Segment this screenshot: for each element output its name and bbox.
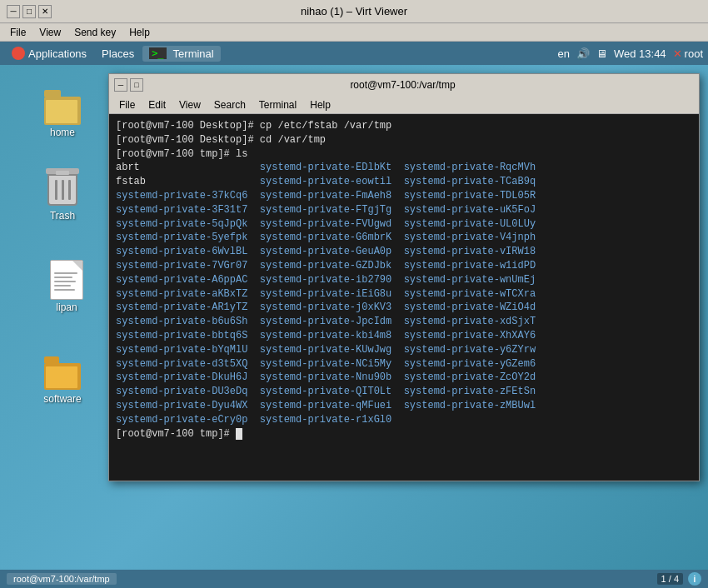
maximize-button[interactable]: □ (22, 5, 36, 18)
terminal-menubar: File Edit View Search Terminal Help (109, 96, 699, 114)
menu-file[interactable]: File (3, 27, 32, 38)
terminal-window-title: root@vm7-100:/var/tmp (143, 79, 662, 91)
terminal-line-16: systemd-private-bbtq6S systemd-private-k… (116, 329, 692, 343)
page-indicator: 1 / 4 (657, 573, 683, 585)
desktop-icon-lipan[interactable]: lipan (33, 257, 100, 316)
terminal-line-6: systemd-private-37kCq6 systemd-private-F… (116, 189, 692, 203)
terminal-line-7: systemd-private-3F31t7 systemd-private-F… (116, 203, 692, 217)
terminal-line-15: systemd-private-b6u6Sh systemd-private-J… (116, 315, 692, 329)
terminal-title-bar: ─ □ root@vm7-100:/var/tmp (109, 74, 699, 96)
desktop-icon-trash[interactable]: Trash (29, 165, 96, 225)
terminal-label: Terminal (173, 47, 214, 60)
terminal-launcher[interactable]: >_ Terminal (142, 46, 221, 62)
app-icon (12, 47, 25, 60)
terminal-line-12: systemd-private-A6ppAC systemd-private-i… (116, 273, 692, 287)
terminal-menu-help[interactable]: Help (303, 99, 337, 111)
terminal-line-13: systemd-private-aKBxTZ systemd-private-i… (116, 287, 692, 301)
terminal-line-3: [root@vm7-100 tmp]# ls (116, 147, 692, 162)
places-label: Places (102, 47, 134, 60)
desktop-icon-software[interactable]: software (29, 348, 96, 408)
terminal-window: ─ □ root@vm7-100:/var/tmp File Edit View… (108, 73, 700, 481)
terminal-line-2: [root@vm7-100 Desktop]# cd /var/tmp (116, 133, 692, 147)
info-button[interactable]: i (688, 572, 701, 586)
terminal-maximize-btn[interactable]: □ (130, 78, 143, 92)
terminal-minimize-btn[interactable]: ─ (114, 78, 127, 92)
applications-label: Applications (28, 47, 87, 60)
minimize-button[interactable]: ─ (7, 5, 20, 18)
terminal-line-11: systemd-private-7VGr07 systemd-private-G… (116, 259, 692, 273)
terminal-line-14: systemd-private-AR1yTZ systemd-private-j… (116, 301, 692, 315)
terminal-menu-view[interactable]: View (172, 99, 207, 111)
software-folder-icon (42, 351, 82, 391)
terminal-line-20: systemd-private-DU3eDq systemd-private-Q… (116, 385, 692, 399)
bottom-taskbar: root@vm7-100:/var/tmp 1 / 4 i (0, 570, 708, 588)
trash-icon-label: Trash (50, 210, 75, 222)
terminal-menu-file[interactable]: File (112, 99, 142, 111)
software-icon-label: software (43, 393, 81, 405)
terminal-line-10: systemd-private-6WvlBL systemd-private-G… (116, 245, 692, 259)
terminal-line-5: fstab systemd-private-eowtil systemd-pri… (116, 175, 692, 189)
menu-view[interactable]: View (32, 27, 67, 38)
lipan-doc-icon (47, 260, 87, 300)
user-label: ✕ root (673, 47, 703, 60)
terminal-line-22: systemd-private-eCry0p systemd-private-r… (116, 413, 692, 427)
home-folder-icon (42, 85, 82, 125)
display-icon: 🖥 (596, 47, 607, 60)
volume-icon: 🔊 (576, 47, 590, 60)
terminal-menu-edit[interactable]: Edit (142, 99, 172, 111)
desktop: home Trash (0, 65, 708, 570)
terminal-line-8: systemd-private-5qJpQk systemd-private-F… (116, 217, 692, 232)
terminal-line-1: [root@vm7-100 Desktop]# cp /etc/fstab /v… (116, 119, 692, 133)
terminal-line-17: systemd-private-bYqMlU systemd-private-K… (116, 343, 692, 357)
virt-viewer-menubar: File View Send key Help (0, 23, 708, 42)
trash-icon (42, 168, 82, 208)
terminal-menu-search[interactable]: Search (207, 99, 252, 111)
terminal-line-9: systemd-private-5yefpk systemd-private-G… (116, 231, 692, 245)
desktop-icon-home[interactable]: home (29, 82, 96, 142)
terminal-line-18: systemd-private-d3t5XQ systemd-private-N… (116, 357, 692, 371)
cursor (236, 428, 242, 440)
menu-help[interactable]: Help (122, 27, 157, 38)
window-title: nihao (1) – Virt Viewer (57, 5, 651, 17)
terminal-content[interactable]: [root@vm7-100 Desktop]# cp /etc/fstab /v… (109, 114, 699, 481)
terminal-prompt-line: [root@vm7-100 tmp]# (116, 427, 692, 441)
places-menu[interactable]: Places (95, 46, 141, 62)
terminal-line-21: systemd-private-Dyu4WX systemd-private-q… (116, 399, 692, 413)
lipan-icon-label: lipan (56, 301, 77, 313)
menu-sendkey[interactable]: Send key (67, 27, 122, 38)
applications-menu[interactable]: Applications (5, 45, 93, 62)
close-button[interactable]: ✕ (38, 5, 52, 18)
top-panel: Applications Places >_ Terminal en 🔊 🖥 W… (0, 42, 708, 65)
terminal-line-4: abrt systemd-private-EDlbKt systemd-priv… (116, 161, 692, 175)
datetime: Wed 13:44 (614, 47, 666, 60)
terminal-line-19: systemd-private-DkuH6J systemd-private-N… (116, 371, 692, 385)
language-indicator: en (557, 47, 569, 60)
title-bar: ─ □ ✕ nihao (1) – Virt Viewer (0, 0, 708, 23)
taskbar-task[interactable]: root@vm7-100:/var/tmp (7, 573, 117, 585)
terminal-menu-terminal[interactable]: Terminal (252, 99, 303, 111)
home-icon-label: home (50, 127, 75, 138)
